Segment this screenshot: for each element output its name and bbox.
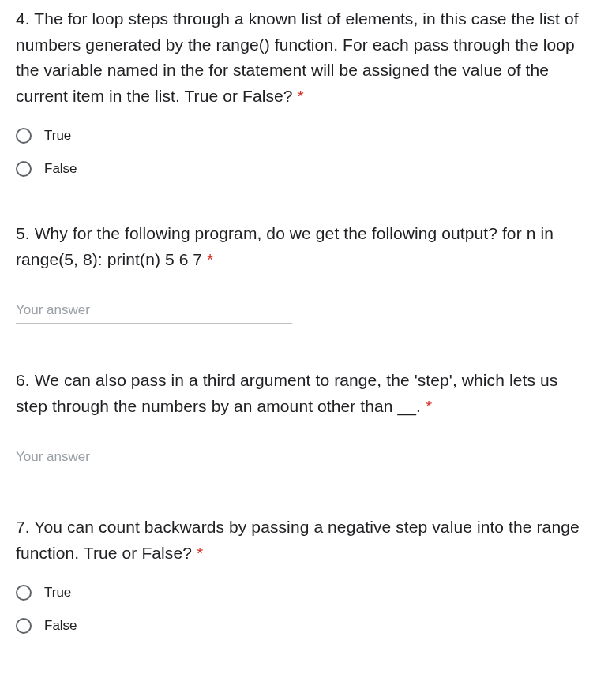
radio-icon bbox=[16, 161, 32, 177]
question-6: 6. We can also pass in a third argument … bbox=[16, 368, 592, 470]
question-5-prompt: 5. Why for the following program, do we … bbox=[16, 224, 554, 268]
radio-icon bbox=[16, 128, 32, 144]
q4-true-label: True bbox=[44, 128, 71, 144]
question-4: 4. The for loop steps through a known li… bbox=[16, 6, 592, 177]
q7-option-false[interactable]: False bbox=[16, 618, 592, 634]
required-star: * bbox=[197, 544, 203, 562]
question-5: 5. Why for the following program, do we … bbox=[16, 221, 592, 324]
question-7: 7. You can count backwards by passing a … bbox=[16, 515, 592, 634]
question-4-text: 4. The for loop steps through a known li… bbox=[16, 6, 592, 109]
q7-false-label: False bbox=[44, 618, 77, 634]
q4-false-label: False bbox=[44, 161, 77, 177]
radio-icon bbox=[16, 618, 32, 634]
q4-option-false[interactable]: False bbox=[16, 161, 592, 177]
q5-answer-input[interactable] bbox=[16, 298, 292, 324]
q4-option-true[interactable]: True bbox=[16, 128, 592, 144]
radio-icon bbox=[16, 585, 32, 601]
required-star: * bbox=[426, 397, 432, 415]
q7-option-true[interactable]: True bbox=[16, 585, 592, 601]
question-7-prompt: 7. You can count backwards by passing a … bbox=[16, 518, 580, 562]
q7-true-label: True bbox=[44, 585, 71, 601]
required-star: * bbox=[298, 87, 304, 105]
required-star: * bbox=[207, 250, 213, 268]
question-5-text: 5. Why for the following program, do we … bbox=[16, 221, 592, 272]
q6-answer-input[interactable] bbox=[16, 444, 292, 470]
question-7-text: 7. You can count backwards by passing a … bbox=[16, 515, 592, 566]
question-6-text: 6. We can also pass in a third argument … bbox=[16, 368, 592, 419]
question-6-prompt: 6. We can also pass in a third argument … bbox=[16, 371, 557, 415]
